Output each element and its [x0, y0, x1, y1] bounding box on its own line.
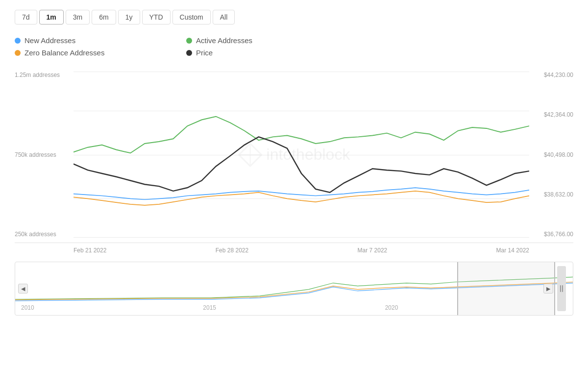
- handle-lines: [560, 285, 563, 292]
- legend-active-addresses[interactable]: Active Addresses: [186, 36, 358, 45]
- legend-label-price: Price: [196, 49, 213, 57]
- range-x-2010: 2010: [21, 304, 34, 311]
- x-label-2: Feb 28 2022: [216, 247, 248, 254]
- handle-line-1: [560, 285, 561, 292]
- y-label-mid: 750k addresses: [15, 151, 83, 158]
- btn-6m[interactable]: 6m: [92, 10, 116, 24]
- active-addresses-line: [74, 117, 529, 153]
- legend-label-new: New Addresses: [24, 36, 75, 45]
- x-label-1: Feb 21 2022: [74, 247, 106, 254]
- mini-zero-line: [15, 282, 573, 300]
- legend-dot-active: [186, 38, 192, 44]
- x-label-4: Mar 14 2022: [496, 247, 529, 254]
- main-container: 7d 1m 3m 6m 1y YTD Custom All New Addres…: [0, 0, 588, 392]
- y-right-3: $40,498.00: [524, 151, 573, 158]
- range-nav-right[interactable]: ▶: [543, 284, 553, 294]
- chart-svg: [74, 67, 529, 238]
- legend-dot-zero: [15, 50, 21, 56]
- new-addresses-line: [74, 188, 529, 199]
- handle-line-2: [562, 285, 563, 292]
- btn-1m[interactable]: 1m: [39, 10, 64, 24]
- range-x-2015: 2015: [203, 304, 216, 311]
- btn-custom[interactable]: Custom: [172, 10, 211, 24]
- btn-1y[interactable]: 1y: [118, 10, 140, 24]
- y-axis-right: $44,230.00 $42,364.00 $40,498.00 $38,632…: [524, 67, 573, 243]
- legend-label-active: Active Addresses: [196, 36, 252, 45]
- btn-7d[interactable]: 7d: [15, 10, 37, 24]
- chart-legend: New Addresses Active Addresses Zero Bala…: [15, 36, 358, 57]
- time-range-bar: 7d 1m 3m 6m 1y YTD Custom All: [15, 10, 573, 24]
- btn-ytd[interactable]: YTD: [142, 10, 171, 24]
- legend-new-addresses[interactable]: New Addresses: [15, 36, 186, 45]
- legend-dot-new: [15, 38, 21, 44]
- legend-dot-price: [186, 50, 192, 56]
- btn-all[interactable]: All: [213, 10, 235, 24]
- legend-price[interactable]: Price: [186, 49, 358, 57]
- range-inner: ◀ ▶ 2010 2015 2020: [15, 262, 573, 315]
- legend-label-zero: Zero Balance Addresses: [24, 49, 104, 57]
- range-mini-svg: [15, 262, 573, 302]
- range-x-labels: 2010 2015 2020: [15, 304, 573, 311]
- range-nav-left[interactable]: ◀: [18, 284, 28, 294]
- range-x-2020: 2020: [385, 304, 398, 311]
- x-axis: Feb 21 2022 Feb 28 2022 Mar 7 2022 Mar 1…: [15, 243, 573, 254]
- chart-wrapper: 1.25m addresses 750k addresses 250k addr…: [15, 67, 573, 316]
- y-label-top: 1.25m addresses: [15, 72, 83, 78]
- y-right-2: $42,364.00: [524, 111, 573, 118]
- x-label-3: Mar 7 2022: [358, 247, 388, 254]
- y-right-1: $44,230.00: [524, 72, 573, 78]
- y-label-bot: 250k addresses: [15, 231, 83, 238]
- range-selector[interactable]: ◀ ▶ 2010 2015 2020: [15, 262, 573, 316]
- mini-active-line: [15, 277, 573, 299]
- y-axis-left: 1.25m addresses 750k addresses 250k addr…: [15, 67, 83, 243]
- y-right-4: $38,632.00: [524, 191, 573, 198]
- btn-3m[interactable]: 3m: [66, 10, 90, 24]
- y-right-5: $36,766.00: [524, 231, 573, 238]
- legend-zero-balance[interactable]: Zero Balance Addresses: [15, 49, 186, 57]
- main-chart: 1.25m addresses 750k addresses 250k addr…: [15, 67, 573, 243]
